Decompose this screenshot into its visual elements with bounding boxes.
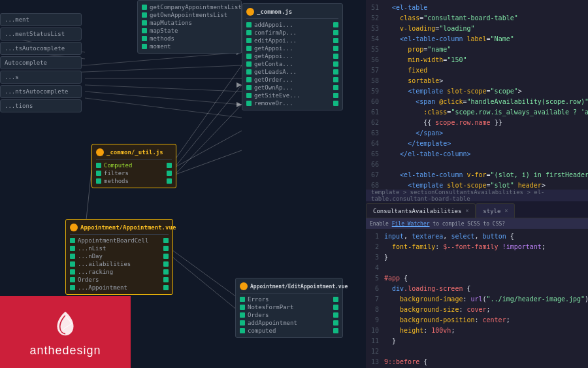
port-dot [142,44,147,49]
close-icon[interactable]: × [465,208,468,214]
code-line: 53 v-loading="loading" [366,24,588,34]
item-label: getOwnAppointmentsList [150,12,227,18]
item-label: moment [150,43,171,50]
port-dot [142,5,147,10]
line-number: 1 [366,231,384,242]
item-label: ...racking [78,269,113,275]
code-line: 56 min-width="150" [366,55,588,65]
code-line: 52 class="consultant-board-table" [366,13,588,24]
code-line: 63 </span> [366,128,588,139]
line-content: {{ scope.row.name }} [384,118,502,128]
line-number: 7 [366,294,384,305]
line-content: class="consultant-board-table" [384,13,518,24]
tab-style[interactable]: style × [476,203,515,218]
item-label: Errors [248,296,269,303]
line-content: </template> [384,139,451,149]
logo-icon [49,307,82,340]
tab-bar[interactable]: ConsultantsAvailabilities × style × [366,201,588,218]
list-item: mapMutations [142,19,237,27]
line-content: min-width="150" [384,55,466,65]
line-content: } [384,336,396,346]
port-dot [70,246,75,251]
port-right [163,254,169,259]
code-line: 58 sortable> [366,76,588,86]
item-label: removeOr... [254,100,293,107]
tab-consultants[interactable]: ConsultantsAvailabilities × [366,203,476,218]
port-dot [70,238,75,243]
node-item-label: methods [104,178,129,184]
port-right [163,238,169,243]
port-dot [70,261,75,267]
code-line: 4 [366,263,588,273]
list-item: moment [142,42,237,50]
node-edit-appointment: Appointment/EditAppointment.vue Errors N… [235,278,343,338]
item-label: getOrder... [254,76,293,83]
list-item: removeOr... [246,99,338,107]
port-right [333,305,338,310]
code-line: 66 [366,159,588,170]
port-right [163,246,169,251]
list-item: computed [240,327,338,335]
item-label: ...Appointment [78,284,127,291]
code-line: 54 <el-table-column label="Name" [366,34,588,44]
port-right [333,38,338,43]
list-item: confirmAp... [246,29,338,37]
port-dot [246,101,252,106]
node-icon-orange [240,282,248,290]
code-line: 9 background-position: center; [366,315,588,326]
line-number: 53 [366,24,384,34]
port-dot [70,277,75,282]
item-label: mapState [150,27,178,34]
list-item: getAppoi... [246,44,338,52]
close-icon[interactable]: × [504,208,508,214]
node-title: Appointment/EditAppointment.vue [250,284,348,290]
port-dot [96,178,101,184]
port-right [163,285,169,290]
list-item: NotesFormPart [240,303,338,311]
code-line: 65 </el-table-column> [366,149,588,159]
port-dot [246,54,252,59]
list-item: AppointmentBoardCell [70,237,169,244]
list-item: getCompanyAppointmentsList [142,3,237,11]
code-line: 11 } [366,336,588,346]
line-content: 9::before { [384,357,427,367]
node-common: _common.js addAppoi... confirmAp... edit… [242,3,343,110]
port-dot [246,61,252,67]
line-number: 11 [366,336,384,346]
list-item: ...ntsAutocomplete [0,85,82,98]
line-content: <el-table-column v-for="(slot, i) in fir… [384,170,588,180]
code-line: 57 fixed [366,65,588,76]
svg-line-1 [85,65,242,72]
list-item: ...Appointment [70,284,169,292]
line-number: 55 [366,44,384,55]
code-line: 51 <el-table [366,3,588,13]
item-label: getCompanyAppointmentsList [150,4,242,10]
line-content: prop="name" [384,44,451,55]
svg-line-3 [85,85,242,92]
list-item: Autocomplete [0,56,82,69]
list-item: getOrder... [246,76,338,84]
port-dot [246,77,252,82]
svg-line-9 [170,131,242,170]
list-item: Orders [240,311,338,319]
port-dot [240,320,245,326]
code-line: 60 <span @click="handleAvailability(scop… [366,97,588,107]
list-item: ...nList [70,244,169,252]
port-right [333,312,338,318]
line-number: 62 [366,118,384,128]
line-number: 54 [366,34,384,44]
list-item: ...tions [0,99,82,112]
item-label: getAppoi... [254,45,293,52]
filewatcher-text: Enable File Watcher to compile SCSS to C… [370,221,505,227]
svg-line-0 [85,52,242,65]
code-line: 67 <el-table-column v-for="(slot, i) in … [366,170,588,180]
item-label: ...ailabilities [78,261,131,267]
scss-editor: 1input, textarea, select, button { 2 fon… [366,229,588,368]
list-item: getOwnAp... [246,84,338,92]
port-right [333,46,338,51]
node-partial-top: getCompanyAppointmentsList getOwnAppoint… [137,0,242,54]
list-item: Computed [96,161,172,169]
filewatcher-link[interactable]: File Watcher [392,221,430,227]
list-item: ...ment [0,13,82,26]
list-item: ...tsAutocomplete [0,42,82,55]
